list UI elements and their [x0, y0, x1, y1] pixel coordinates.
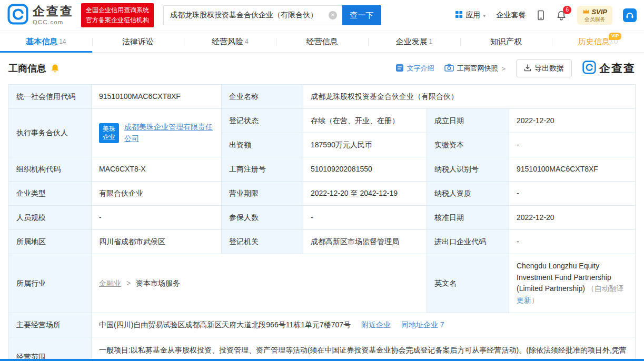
tab-basic-info[interactable]: 基本信息 14	[0, 31, 92, 52]
qcc-logo[interactable]: 企查查 QCC.com	[7, 4, 74, 27]
document-icon	[395, 64, 404, 74]
tab-business-risk[interactable]: 经营风险 4	[184, 31, 276, 52]
value-business-term: 2022-12-20 至 2042-12-19	[303, 182, 427, 206]
crown-icon	[582, 8, 590, 16]
vip-badge: VIP	[609, 33, 622, 40]
label-business-term: 营业期限	[222, 182, 303, 206]
apps-menu[interactable]: 应用 ▾	[455, 11, 486, 20]
value-business-address: 中国(四川)自由贸易试验区成都高新区天府大道北段966号11栋1单元7楼707号…	[92, 313, 636, 338]
value-english-name: Chengdu Longzhu Equity Investment Fund P…	[509, 254, 636, 313]
tab-company-development[interactable]: 企业发展 1	[368, 31, 460, 52]
label-credit-code: 统一社会信用代码	[9, 85, 92, 109]
notifications-bell-icon[interactable]: 6	[556, 10, 567, 21]
business-info-table: 统一社会信用代码 91510100MAC6CXT8XF 企业名称 成都龙珠股权投…	[8, 84, 636, 361]
label-region: 所属地区	[9, 230, 92, 254]
company-section-tabs: 基本信息 14 法律诉讼 经营风险 4 经营信息 企业发展 1 知识产权 VIP…	[0, 31, 644, 53]
qcc-logo-icon	[7, 4, 28, 27]
value-approval-date: 2022-12-20	[509, 206, 636, 230]
partner-company-link[interactable]: 成都美珠企业管理有限责任公司	[124, 122, 214, 144]
apps-grid-icon	[455, 11, 463, 20]
value-executive-partner: 美珠 企业 成都美珠企业管理有限责任公司	[92, 109, 222, 157]
camera-icon	[444, 64, 454, 73]
label-business-scope: 经营范围	[9, 337, 92, 361]
top-bar: 企查查 QCC.com 全国企业信用查询系统 官方备案企业征信机构 ✕ 查一下 …	[0, 0, 644, 31]
value-staff-size: -	[92, 206, 222, 230]
brand-domain: QCC.com	[33, 19, 74, 25]
label-industry: 所属行业	[9, 254, 92, 313]
clear-search-icon[interactable]: ✕	[329, 11, 337, 19]
tab-business-info[interactable]: 经营信息	[276, 31, 368, 52]
value-registration-authority: 成都高新区市场监督管理局	[303, 230, 427, 254]
value-registration-status: 存续（在营、开业、在册）	[303, 109, 427, 133]
value-business-scope: 一般项目:以私募基金从事股权投资、投资管理、资产管理等活动(须在中国证券投资基金…	[92, 337, 636, 361]
industry-category-link[interactable]: 金融业	[99, 279, 121, 287]
notification-count-badge: 6	[563, 6, 571, 14]
label-company-name: 企业名称	[222, 85, 303, 109]
label-registration-no: 工商注册号	[222, 157, 303, 182]
official-snapshot-link[interactable]: 工商官网快照 >	[444, 64, 506, 73]
value-import-export-code: -	[509, 230, 636, 254]
label-company-type: 企业类型	[9, 182, 92, 206]
svip-membership-badge[interactable]: SVIP 会员服务	[577, 6, 612, 25]
label-registration-authority: 登记机关	[222, 230, 303, 254]
value-taxpayer-quality: -	[509, 182, 636, 206]
value-established-date: 2022-12-20	[509, 109, 636, 133]
export-data-button[interactable]: 导出数据	[516, 59, 572, 77]
label-english-name: 英文名	[427, 254, 509, 313]
certification-badge: 全国企业信用查询系统 官方备案企业征信机构	[81, 3, 154, 27]
header-nav: 应用 ▾ 企业套餐 6 SVIP 会员服务	[455, 6, 637, 25]
label-business-address: 主要经营场所	[9, 313, 92, 338]
label-subscribed-capital: 出资额	[222, 133, 303, 157]
tab-history-info[interactable]: VIP 历史信息 ⓘ	[552, 31, 644, 52]
label-established-date: 成立日期	[427, 109, 509, 133]
search-bar: ✕ 查一下	[163, 5, 381, 25]
subscribe-bell-icon[interactable]	[51, 64, 60, 73]
translation-update-link[interactable]: 更新	[517, 296, 531, 304]
label-insured-count: 参保人数	[222, 206, 303, 230]
value-company-type: 有限合伙企业	[92, 182, 222, 206]
chevron-down-icon: ▾	[483, 13, 486, 18]
value-industry: 金融业 > 资本市场服务	[92, 254, 427, 313]
download-icon	[524, 64, 531, 73]
value-insured-count: -	[303, 206, 427, 230]
value-registration-no: 510109202081550	[303, 157, 427, 182]
tab-legal-litigation[interactable]: 法律诉讼	[92, 31, 184, 52]
nearby-companies-link[interactable]: 附近企业	[361, 320, 391, 329]
section-toolbar: 工商信息 文字介绍 工商官网快照 > 导出数据 企查查	[0, 53, 644, 84]
value-region: 四川省成都市武侯区	[92, 230, 222, 254]
label-staff-size: 人员规模	[9, 206, 92, 230]
label-org-code: 组织机构代码	[9, 157, 92, 182]
qcc-logo-icon	[582, 61, 596, 77]
label-taxpayer-quality: 纳税人资质	[427, 182, 509, 206]
value-paid-capital: -	[509, 133, 636, 157]
label-taxpayer-id: 纳税人识别号	[427, 157, 509, 182]
label-import-export-code: 进出口企业代码	[427, 230, 509, 254]
partner-company-logo[interactable]: 美珠 企业	[99, 123, 119, 143]
mobile-app-icon[interactable]	[536, 10, 546, 21]
value-credit-code: 91510100MAC6CXT8XF	[92, 85, 222, 109]
label-approval-date: 核准日期	[427, 206, 509, 230]
search-button[interactable]: 查一下	[342, 5, 381, 25]
customer-service-icon[interactable]	[623, 8, 637, 22]
search-input[interactable]	[163, 5, 342, 25]
chevron-right-icon: >	[501, 65, 506, 73]
label-paid-capital: 实缴资本	[427, 133, 509, 157]
value-org-code: MAC6CXT8-X	[92, 157, 222, 182]
bottom-divider	[0, 359, 644, 361]
text-intro-link[interactable]: 文字介绍	[395, 64, 434, 74]
label-executive-partner: 执行事务合伙人	[9, 109, 92, 157]
value-subscribed-capital: 187590万元人民币	[303, 133, 427, 157]
qcc-watermark-logo: 企查查	[582, 61, 636, 77]
value-company-name: 成都龙珠股权投资基金合伙企业（有限合伙）	[303, 85, 636, 109]
section-title: 工商信息	[8, 62, 46, 75]
value-taxpayer-id: 91510100MAC6CXT8XF	[509, 157, 636, 182]
brand-name: 企查查	[33, 5, 74, 17]
label-registration-status: 登记状态	[222, 109, 303, 133]
same-address-companies-link[interactable]: 同地址企业 7	[401, 320, 444, 329]
enterprise-package-link[interactable]: 企业套餐	[496, 11, 526, 20]
tab-intellectual-property[interactable]: 知识产权	[460, 31, 552, 52]
